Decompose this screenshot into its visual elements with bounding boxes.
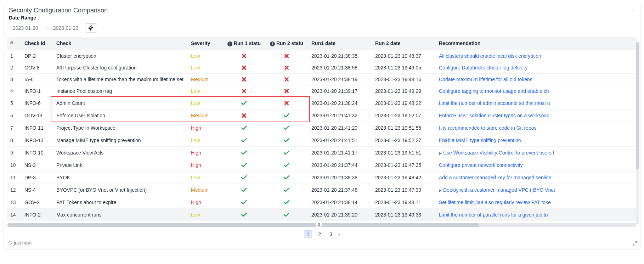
col-severity[interactable]: Severity	[187, 37, 223, 50]
cell-recommendation[interactable]: All clusters should enable local disk en…	[435, 50, 637, 62]
cell-recommendation[interactable]: Configure private network connectivity	[435, 159, 637, 171]
col-run2-date[interactable]: Run 2 date	[372, 37, 435, 50]
cell-check: BYOVPC (or BYO Vnet or Vnet Injection)	[53, 184, 187, 196]
cell-recommendation[interactable]: ▶Use Workspace Visibility Control to pre…	[435, 146, 637, 159]
table-row[interactable]: 4INFO-1Instance Pool custom tagLow2023-0…	[7, 85, 637, 97]
page-2[interactable]: 2	[316, 231, 323, 238]
cell-severity: Low	[187, 97, 223, 109]
table-row[interactable]: 12NS-4BYOVPC (or BYO Vnet or Vnet Inject…	[7, 184, 637, 196]
cell-num: 7	[7, 122, 21, 134]
cell-run2-status	[265, 184, 308, 196]
x-icon	[226, 64, 262, 71]
cell-run1-date: 2023-01-20 21:38:14	[308, 196, 372, 208]
table-row[interactable]: 8INFO-13Manage MIME type sniffing preven…	[7, 134, 637, 146]
table-row[interactable]: 3IA-6Tokens with a lifetime more than th…	[7, 73, 637, 85]
next-page-icon[interactable]: ›	[338, 231, 340, 237]
page-3[interactable]: 3	[327, 231, 335, 238]
vertical-scroll-thumb[interactable]	[636, 42, 639, 169]
col-run2-status[interactable]: iRun 2 statu	[265, 37, 308, 50]
table-row[interactable]: 7INFO-11Project Type In WorkspaceHigh202…	[7, 122, 637, 134]
horizontal-scrollbar[interactable]: 0	[7, 223, 637, 227]
cell-run2-status	[265, 97, 308, 109]
cell-run1-status	[223, 97, 265, 109]
cell-recommendation[interactable]: Enable MIME type sniffing prevention	[435, 134, 637, 146]
cell-check: PAT Tokens about to expire	[53, 196, 187, 208]
cell-severity: Low	[187, 62, 223, 73]
cell-run2-date: 2023-01-23 19:48:16	[372, 73, 435, 85]
cell-run1-status	[223, 171, 265, 184]
info-icon: i	[227, 41, 232, 46]
refresh-button[interactable]	[85, 23, 97, 33]
cell-recommendation[interactable]: Limit the number of parallel runs for a …	[435, 208, 637, 221]
cell-recommendation[interactable]: Configure tagging to monitor usage and e…	[435, 85, 637, 97]
page-1[interactable]: 1	[304, 230, 312, 238]
col-run1-date[interactable]: Run1 date	[308, 37, 372, 50]
cell-num: 1	[7, 50, 21, 62]
table-row[interactable]: 9INFO-10Workspace View AclsHigh2023-01-2…	[7, 146, 637, 159]
cell-run1-date: 2023-01-20 21:41:17	[308, 146, 372, 159]
cell-recommendation[interactable]: Add a customer-managed key for managed s…	[435, 171, 637, 184]
cell-recommendation[interactable]: Limit the number of admin accounts so th…	[435, 97, 637, 109]
date-range-label: Date Range	[9, 15, 108, 21]
table-row[interactable]: 11DP-3BYOKLow2023-01-20 21:38:382023-01-…	[7, 171, 637, 184]
cell-run2-status	[265, 208, 308, 221]
cell-check-id: DP-3	[21, 171, 53, 184]
cell-run2-date: 2023-01-23 19:49:33	[372, 208, 435, 221]
cell-severity: High	[187, 196, 223, 208]
col-recommendation[interactable]: Recommendation	[435, 37, 637, 50]
cell-run2-date: 2023-01-23 19:48:42	[372, 171, 435, 184]
date-range-picker[interactable]: 2023-01-20 → 2023-01-23	[9, 23, 82, 33]
cell-run1-status	[223, 85, 265, 97]
cell-recommendation[interactable]: Update maximum lifetime for all old toke…	[435, 73, 637, 85]
cell-check-id: GOV-2	[21, 196, 53, 208]
cell-run1-status	[223, 208, 265, 221]
cell-num: 13	[7, 196, 21, 208]
cell-run1-date: 2023-01-20 21:38:38	[308, 171, 372, 184]
cell-check-id: INFO-1	[21, 85, 53, 97]
check-icon	[269, 199, 304, 206]
cell-check: Instance Pool custom tag	[53, 85, 187, 97]
table-row[interactable]: 6GOV-13Enforce User IsolationMedium2023-…	[7, 109, 637, 122]
expand-caret-icon[interactable]: ▶	[439, 151, 442, 156]
cell-run2-status	[265, 171, 308, 184]
col-check[interactable]: Check	[53, 37, 187, 50]
cell-run2-status	[265, 134, 308, 146]
cell-recommendation[interactable]: Configure Databricks cluster log deliver…	[435, 62, 637, 73]
cell-recommendation[interactable]: Set lifetime limit, but also regularly r…	[435, 196, 637, 208]
cell-run2-date: 2023-01-23 19:48:11	[372, 196, 435, 208]
table-row[interactable]: 5INFO-6Admin CountLow2023-01-20 21:38:24…	[7, 97, 637, 109]
cell-run2-status	[265, 196, 308, 208]
check-icon	[269, 137, 304, 144]
cell-check: Tokens with a lifetime more than the max…	[53, 73, 187, 85]
table-row[interactable]: 10NS-3Private LinkHigh2023-01-20 21:37:4…	[7, 159, 637, 171]
table-row[interactable]: 2GOV-8All Purpose Cluster log configurat…	[7, 62, 637, 73]
expand-icon[interactable]	[632, 241, 637, 247]
kebab-menu-icon[interactable]: ⋮	[630, 5, 638, 14]
table-row[interactable]: 14INFO-2Max concurrent runsLow2023-01-20…	[7, 208, 637, 221]
cell-num: 9	[7, 146, 21, 159]
col-check-id[interactable]: Check id	[21, 37, 53, 50]
cell-num: 14	[7, 208, 21, 221]
cell-recommendation[interactable]: It is recommended to store code in Git r…	[435, 122, 637, 134]
table-wrap: # Check id Check Severity iRun 1 statu i…	[7, 37, 637, 221]
vertical-scrollbar[interactable]	[636, 42, 639, 224]
check-icon	[226, 137, 262, 144]
col-run1-status[interactable]: iRun 1 statu	[223, 37, 265, 50]
cell-run2-status	[265, 146, 308, 159]
cell-num: 11	[7, 171, 21, 184]
cell-recommendation[interactable]: Enforce user isolation cluster types on …	[435, 109, 637, 122]
cell-recommendation[interactable]: ▶Deploy with a customer-managed VPC ( BY…	[435, 184, 637, 196]
table-row[interactable]: 1DP-2Cluster encryptionLow2023-01-20 21:…	[7, 50, 637, 62]
scroll-thumb[interactable]	[7, 223, 479, 227]
check-icon	[226, 186, 262, 193]
cell-check-id: IA-6	[21, 73, 53, 85]
check-icon	[269, 211, 304, 218]
cell-run2-date: 2023-01-23 19:48:37	[372, 50, 435, 62]
cell-run1-status	[223, 159, 265, 171]
refresh-text: just now	[14, 240, 31, 246]
table-row[interactable]: 13GOV-2PAT Tokens about to expireHigh202…	[7, 196, 637, 208]
cell-run2-date: 2023-01-23 19:48:22	[372, 97, 435, 109]
expand-caret-icon[interactable]: ▶	[439, 188, 442, 193]
col-num[interactable]: #	[7, 37, 21, 50]
date-range-row: 2023-01-20 → 2023-01-23	[6, 23, 638, 37]
